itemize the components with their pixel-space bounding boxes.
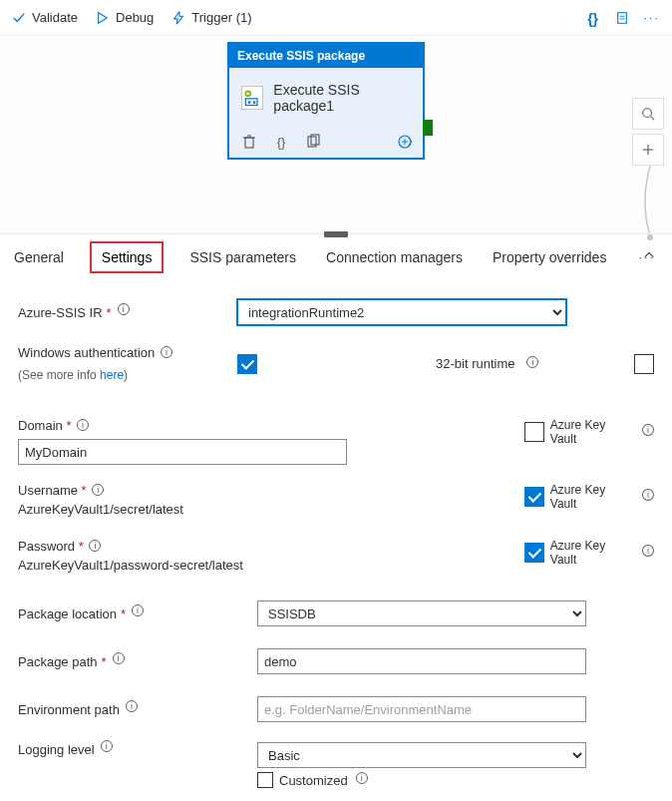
- win-auth-subtext: (See more info here): [18, 368, 128, 382]
- svg-rect-2: [618, 12, 627, 23]
- tab-general[interactable]: General: [10, 241, 68, 273]
- info-icon[interactable]: i: [161, 346, 172, 358]
- password-value: AzureKeyVault1/password-secret/latest: [18, 554, 524, 577]
- activity-node[interactable]: Execute SSIS package Execute SSIS packag…: [227, 42, 425, 160]
- required-marker: *: [82, 483, 87, 498]
- clipboard-icon[interactable]: [615, 11, 629, 25]
- pkg-path-label: Package path: [18, 654, 98, 669]
- info-icon[interactable]: i: [89, 540, 101, 552]
- info-icon[interactable]: i: [92, 484, 104, 496]
- win-auth-help-link[interactable]: here: [100, 368, 124, 382]
- canvas-side-buttons: [632, 98, 664, 166]
- debug-button[interactable]: Debug: [96, 10, 154, 25]
- info-icon[interactable]: i: [118, 303, 130, 315]
- akv-label: Azure Key Vault: [550, 483, 634, 511]
- svg-point-18: [643, 109, 652, 118]
- trigger-label: Trigger (1): [191, 10, 251, 25]
- domain-akv-checkbox[interactable]: [524, 422, 544, 442]
- tab-connection-managers[interactable]: Connection managers: [322, 241, 467, 273]
- pkg-path-input[interactable]: [257, 648, 586, 674]
- output-anchor[interactable]: [423, 120, 433, 136]
- customized-label: Customized: [279, 773, 348, 788]
- copy-icon[interactable]: [305, 134, 321, 150]
- toolbar-left: Validate Debug Trigger (1): [12, 10, 252, 25]
- username-label: Username: [18, 483, 78, 498]
- info-icon[interactable]: i: [132, 604, 144, 616]
- activity-tools: {}: [229, 128, 423, 158]
- svg-line-19: [651, 117, 655, 121]
- search-canvas-button[interactable]: [632, 98, 664, 130]
- activity-name: Execute SSIS package1: [273, 82, 413, 114]
- tab-settings[interactable]: Settings: [90, 241, 165, 273]
- pkg-loc-select[interactable]: SSISDB: [257, 601, 586, 626]
- more-icon[interactable]: ···: [643, 10, 660, 25]
- required-marker: *: [107, 305, 112, 320]
- panel-header: General Settings SSIS parameters Connect…: [0, 233, 672, 279]
- validate-button[interactable]: Validate: [12, 10, 78, 25]
- validate-label: Validate: [32, 10, 78, 25]
- env-path-label: Environment path: [18, 702, 120, 717]
- toolbar-right: {} ···: [587, 10, 660, 25]
- toolbar: Validate Debug Trigger (1) {} ···: [0, 0, 672, 36]
- tab-ssis-parameters[interactable]: SSIS parameters: [185, 241, 300, 273]
- svg-rect-9: [253, 101, 256, 104]
- json-icon[interactable]: {}: [273, 134, 289, 150]
- runtime32-checkbox[interactable]: [634, 354, 654, 374]
- required-marker: *: [102, 654, 107, 669]
- braces-icon[interactable]: {}: [587, 11, 601, 25]
- canvas[interactable]: Execute SSIS package Execute SSIS packag…: [0, 36, 672, 233]
- info-icon[interactable]: i: [642, 545, 654, 557]
- debug-label: Debug: [116, 10, 154, 25]
- env-path-input[interactable]: [257, 696, 586, 722]
- info-icon[interactable]: i: [642, 424, 654, 436]
- svg-rect-8: [248, 101, 251, 104]
- collapse-panel-icon[interactable]: [642, 248, 656, 265]
- settings-panel: Azure-SSIS IR * i integrationRuntime2 Wi…: [0, 279, 672, 799]
- required-marker: *: [79, 539, 84, 554]
- resize-handle[interactable]: [324, 231, 348, 237]
- lightning-icon: [171, 11, 185, 25]
- trigger-button[interactable]: Trigger (1): [171, 10, 251, 25]
- win-auth-checkbox[interactable]: [237, 354, 257, 374]
- activity-body: Execute SSIS package1: [229, 68, 423, 128]
- tab-property-overrides[interactable]: Property overrides: [489, 241, 610, 273]
- info-icon[interactable]: i: [101, 740, 113, 752]
- canvas-connector: [640, 166, 660, 241]
- akv-label: Azure Key Vault: [550, 418, 634, 446]
- tabs: General Settings SSIS parameters Connect…: [10, 241, 661, 273]
- play-icon: [96, 11, 110, 25]
- azure-ssis-ir-select[interactable]: integrationRuntime2: [237, 299, 566, 325]
- info-icon[interactable]: i: [642, 489, 654, 501]
- svg-rect-10: [245, 138, 253, 148]
- required-marker: *: [66, 418, 71, 433]
- ssis-package-icon: [241, 86, 263, 110]
- info-icon[interactable]: i: [126, 700, 138, 712]
- info-icon[interactable]: i: [113, 652, 125, 664]
- azure-ssis-ir-label: Azure-SSIS IR: [18, 305, 103, 320]
- add-canvas-button[interactable]: [632, 134, 664, 166]
- runtime32-label: 32-bit runtime: [436, 356, 514, 371]
- svg-marker-1: [174, 11, 183, 23]
- password-label: Password: [18, 539, 75, 554]
- svg-marker-0: [99, 12, 108, 23]
- log-level-label: Logging level: [18, 742, 95, 757]
- akv-label: Azure Key Vault: [550, 539, 634, 567]
- domain-label: Domain: [18, 418, 63, 433]
- required-marker: *: [121, 606, 126, 621]
- win-auth-label: Windows authentication: [18, 345, 155, 360]
- delete-icon[interactable]: [241, 134, 257, 150]
- customized-checkbox[interactable]: [257, 772, 273, 788]
- username-akv-checkbox[interactable]: [524, 487, 544, 507]
- pkg-loc-label: Package location: [18, 606, 117, 621]
- info-icon[interactable]: i: [356, 772, 368, 784]
- info-icon[interactable]: i: [526, 356, 538, 368]
- domain-input[interactable]: [18, 439, 347, 465]
- info-icon[interactable]: i: [77, 419, 89, 431]
- expand-icon[interactable]: [397, 134, 413, 150]
- log-level-select[interactable]: Basic: [257, 742, 586, 768]
- activity-header: Execute SSIS package: [229, 44, 423, 68]
- checkmark-icon: [12, 11, 26, 25]
- username-value: AzureKeyVault1/secret/latest: [18, 498, 524, 521]
- password-akv-checkbox[interactable]: [524, 543, 544, 563]
